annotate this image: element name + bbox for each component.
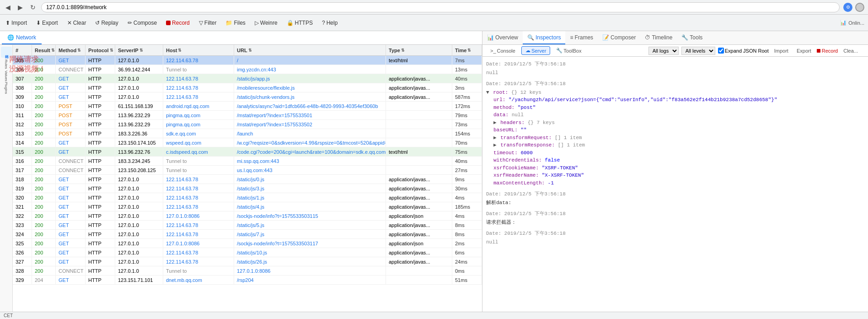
cell-url[interactable]: /analytics/async?aid=1dfcb666-e48b-4820-… — [234, 102, 386, 110]
tab-timeline[interactable]: ⏱ Timeline — [640, 31, 677, 44]
inspector-clear-button[interactable]: Clea... — [841, 48, 861, 54]
sidebar-item-rules[interactable]: Rules — [1, 59, 12, 70]
tab-frames[interactable]: ≡ Frames — [565, 31, 598, 44]
help-button[interactable]: ? Help — [320, 19, 339, 27]
col-header-result[interactable]: Result⇅ — [32, 45, 56, 55]
table-row[interactable]: 313 200 POST HTTP 183.3.226.36 sdk.e.qq.… — [13, 129, 482, 138]
cell-url[interactable]: us.l.qq.com:443 — [234, 166, 386, 174]
cell-url[interactable]: /mstat/report/?index=1575533502 — [234, 120, 386, 129]
cell-url[interactable]: /static/js/5.js — [234, 221, 386, 229]
sidebar-item-plugins[interactable]: Plugins — [1, 82, 12, 93]
table-row[interactable]: 307 200 GET HTTP 127.0.1.0 122.114.63.78… — [13, 74, 482, 83]
table-row[interactable]: 306 200 CONNECT HTTP 36.99.142.244 Tunne… — [13, 65, 482, 74]
cell-url[interactable]: /sockjs-node/info?t=1575533503115 — [234, 211, 386, 220]
compose-button[interactable]: ✏ Compose — [126, 19, 159, 27]
cell-url[interactable]: /static/js/4.js — [234, 202, 386, 211]
table-row[interactable]: 324 200 GET HTTP 127.0.1.0 122.114.63.78… — [13, 230, 482, 239]
tab-network[interactable]: 🌐 Network — [2, 31, 42, 44]
cell-url[interactable]: 127.0.1.0:8086 — [234, 266, 386, 275]
table-row[interactable]: 311 200 POST HTTP 113.96.232.29 pingma.q… — [13, 111, 482, 120]
inspector-import-button[interactable]: Import — [772, 48, 791, 54]
files-button[interactable]: 📁 Files — [224, 19, 247, 27]
cell-url[interactable]: /static/js/1.js — [234, 193, 386, 202]
https-button[interactable]: 🔒 HTTPS — [285, 19, 315, 27]
cell-url[interactable]: /static/js/app.js — [234, 74, 386, 83]
col-header-method[interactable]: Method⇅ — [56, 45, 86, 55]
col-header-host[interactable]: Host⇅ — [163, 45, 234, 55]
table-row[interactable]: 321 200 GET HTTP 127.0.1.0 122.114.63.78… — [13, 202, 482, 211]
cell-url[interactable]: /code.cgi?code=200&cgi=launch&rate=100&d… — [234, 147, 386, 156]
table-row[interactable]: 317 200 CONNECT HTTP 123.150.208.125 Tun… — [13, 166, 482, 175]
col-header-time[interactable]: Time⇅ — [452, 45, 482, 55]
avatar[interactable] — [855, 3, 864, 12]
table-row[interactable]: 319 200 GET HTTP 127.0.1.0 122.114.63.78… — [13, 184, 482, 193]
table-row[interactable]: 308 200 GET HTTP 127.0.1.0 122.114.63.78… — [13, 83, 482, 92]
all-levels-select[interactable]: All levels — [681, 47, 715, 55]
cell-url[interactable]: /static/js/7.js — [234, 230, 386, 238]
table-row[interactable]: 323 200 GET HTTP 127.0.1.0 122.114.63.78… — [13, 221, 482, 230]
table-row[interactable]: 312 200 POST HTTP 113.96.232.29 pingma.q… — [13, 120, 482, 129]
import-button[interactable]: ⬆ Import — [4, 19, 29, 27]
cell-url[interactable]: / — [234, 56, 386, 65]
table-row[interactable]: 316 200 CONNECT HTTP 183.3.234.245 Tunne… — [13, 157, 482, 166]
cell-url[interactable]: /static/js/0.js — [234, 175, 386, 184]
table-row[interactable]: 329 204 GET HTTP 123.151.71.101 dnet.mb.… — [13, 276, 482, 285]
headers-expand[interactable]: ▶ — [493, 119, 497, 127]
table-row[interactable]: 326 200 GET HTTP 127.0.1.0 122.114.63.78… — [13, 248, 482, 257]
table-row[interactable]: 327 200 GET HTTP 127.0.1.0 122.114.63.78… — [13, 257, 482, 266]
cell-url[interactable]: /mstat/report/?index=1575533501 — [234, 111, 386, 119]
table-row[interactable]: 305 200 GET HTTP 127.0.1.0 122.114.63.78… — [13, 56, 482, 65]
cell-url[interactable]: /static/js/3.js — [234, 184, 386, 193]
table-row[interactable]: 310 200 POST HTTP 61.151.168.139 android… — [13, 102, 482, 111]
cell-url[interactable]: /static/js/10.js — [234, 248, 386, 257]
record-button[interactable]: Record — [164, 19, 192, 27]
export-button[interactable]: ⬇ Export — [34, 19, 60, 27]
col-header-type[interactable]: Type⇅ — [386, 45, 452, 55]
forward-button[interactable]: ▶ — [16, 3, 25, 12]
all-logs-select[interactable]: All logs — [648, 47, 679, 55]
cell-url[interactable]: /launch — [234, 129, 386, 138]
table-row[interactable]: 325 200 GET HTTP 127.0.1.0 127.0.1.0:808… — [13, 239, 482, 248]
table-row[interactable]: 315 200 GET HTTP 113.96.232.76 c.isdspee… — [13, 147, 482, 157]
table-body[interactable]: 305 200 GET HTTP 127.0.1.0 122.114.63.78… — [13, 56, 482, 319]
root-expand-arrow[interactable]: ▼ — [486, 89, 489, 97]
filter-button[interactable]: ▽ Filter — [197, 19, 219, 27]
cell-url[interactable]: img.yzcdn.cn:443 — [234, 65, 386, 74]
tab-composer[interactable]: 📝 Composer — [598, 31, 640, 44]
cell-url[interactable]: /mobileresource/flexible.js — [234, 83, 386, 92]
expand-json-checkbox[interactable] — [718, 48, 724, 54]
replay-button[interactable]: ↺ Replay — [93, 19, 120, 27]
col-header-id[interactable]: # — [13, 45, 32, 55]
col-header-url[interactable]: URL⇅ — [234, 45, 386, 55]
transform-res-expand[interactable]: ▶ — [493, 141, 497, 149]
url-input[interactable] — [41, 2, 840, 12]
sub-tab-server[interactable]: ☁ Server — [521, 46, 550, 55]
clear-button[interactable]: ✕ Clear — [65, 19, 88, 27]
col-header-protocol[interactable]: Protocol⇅ — [86, 45, 115, 55]
table-row[interactable]: 328 200 CONNECT HTTP 127.0.1.0 Tunnel to… — [13, 266, 482, 276]
weinre-button[interactable]: ▷ Weinre — [253, 19, 279, 27]
cell-url[interactable]: /rsp204 — [234, 276, 386, 284]
sub-tab-toolbox[interactable]: 🔧 ToolBox — [552, 46, 585, 55]
cell-url[interactable]: /w.cgi?reqsize=0&sdkversion=4.99&rspsize… — [234, 138, 386, 147]
reload-button[interactable]: ↻ — [28, 3, 38, 12]
sub-tab-console[interactable]: >_ Console — [486, 47, 520, 55]
inspector-export-button[interactable]: Export — [794, 48, 814, 54]
cell-url[interactable]: /static/js/26.js — [234, 257, 386, 266]
expand-json-label[interactable]: Expand JSON Root — [718, 48, 769, 54]
cell-url[interactable]: /sockjs-node/info?t=1575533503117 — [234, 239, 386, 248]
tab-inspectors[interactable]: 🔍 Inspectors — [523, 31, 565, 44]
tab-overview[interactable]: 📊 Overview — [482, 31, 523, 44]
table-row[interactable]: 318 200 GET HTTP 127.0.1.0 122.114.63.78… — [13, 175, 482, 184]
table-row[interactable]: 322 200 GET HTTP 127.0.1.0 127.0.1.0:808… — [13, 211, 482, 221]
sidebar-item-values[interactable]: Values — [1, 70, 12, 81]
sidebar-item-network[interactable]: 网络 — [1, 47, 12, 58]
back-button[interactable]: ◀ — [4, 3, 12, 12]
cell-url[interactable]: mi.ssp.qq.com:443 — [234, 157, 386, 165]
table-row[interactable]: 309 200 GET HTTP 127.0.1.0 122.114.63.78… — [13, 92, 482, 102]
cell-url[interactable]: /static/js/chunk-vendors.js — [234, 92, 386, 101]
tab-tools[interactable]: 🔧 Tools — [677, 31, 707, 44]
table-row[interactable]: 320 200 GET HTTP 127.0.1.0 122.114.63.78… — [13, 193, 482, 202]
table-row[interactable]: 314 200 GET HTTP 123.150.174.105 wspeed.… — [13, 138, 482, 147]
col-header-serverip[interactable]: ServerIP⇅ — [115, 45, 163, 55]
